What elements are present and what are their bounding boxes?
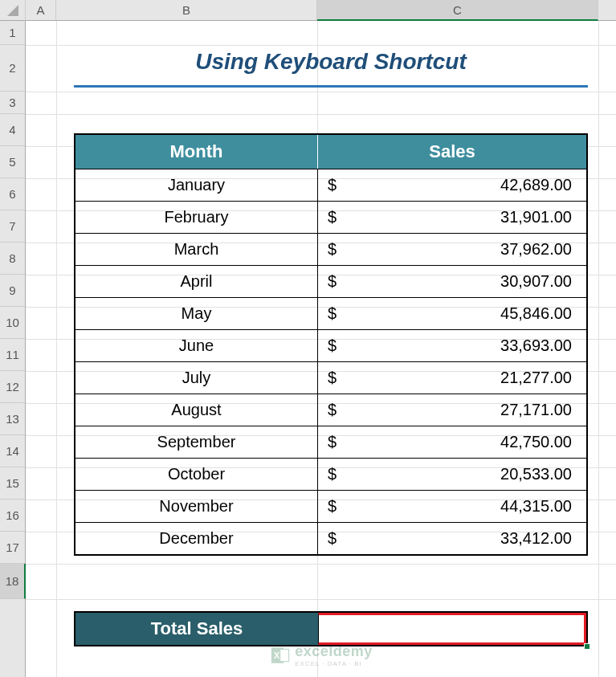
month-cell[interactable]: April [75,266,318,297]
fill-handle[interactable] [584,643,590,650]
total-label[interactable]: Total Sales [75,613,318,645]
sales-cell[interactable]: $33,693.00 [318,330,586,361]
row-header-7[interactable]: 7 [0,210,25,243]
page-title: Using Keyboard Shortcut [74,49,588,75]
row-header-1[interactable]: 1 [0,21,25,45]
table-row: November$44,315.00 [75,490,586,522]
sales-cell[interactable]: $44,315.00 [318,491,586,522]
header-sales[interactable]: Sales [318,135,586,169]
row-header-9[interactable]: 9 [0,275,25,307]
month-cell[interactable]: May [75,298,318,329]
row-header-13[interactable]: 13 [0,403,25,435]
table-row: September$42,750.00 [75,426,586,458]
table-row: January$42,689.00 [75,169,586,201]
table-row: August$27,171.00 [75,394,586,426]
sales-cell[interactable]: $37,962.00 [318,234,586,265]
row-header-5[interactable]: 5 [0,146,25,178]
data-table: Month Sales January$42,689.00February$31… [74,133,588,556]
sales-cell[interactable]: $33,412.00 [318,523,586,554]
sales-cell[interactable]: $21,277.00 [318,362,586,394]
row-header-12[interactable]: 12 [0,371,25,403]
row-header-4[interactable]: 4 [0,114,25,146]
row-header-17[interactable]: 17 [0,532,25,564]
table-row: December$33,412.00 [75,522,586,554]
row-header-2[interactable]: 2 [0,45,25,92]
table-row: October$20,533.00 [75,458,586,490]
row-header-8[interactable]: 8 [0,243,25,275]
sales-cell[interactable]: $42,689.00 [318,169,586,201]
month-cell[interactable]: June [75,330,318,361]
watermark-main: exceldemy [295,643,373,660]
row-header-6[interactable]: 6 [0,178,25,210]
row-header-11[interactable]: 11 [0,339,25,371]
table-row: June$33,693.00 [75,329,586,361]
row-header-18[interactable]: 18 [0,564,26,599]
title-underline [74,85,588,88]
month-cell[interactable]: October [75,459,318,490]
table-row: July$21,277.00 [75,361,586,394]
sales-cell[interactable]: $31,901.00 [318,202,586,233]
month-cell[interactable]: December [75,523,318,554]
sales-cell[interactable]: $27,171.00 [318,394,586,426]
table-row: February$31,901.00 [75,201,586,233]
table-row: May$45,846.00 [75,297,586,329]
active-cell-overlay [318,611,587,646]
sheet-content: Using Keyboard Shortcut Month Sales Janu… [26,21,616,677]
row-header-3[interactable]: 3 [0,92,25,114]
row-header-14[interactable]: 14 [0,435,25,467]
select-all-corner[interactable] [0,0,26,21]
row-header-16[interactable]: 16 [0,500,25,532]
select-all-triangle-icon [7,5,18,16]
col-header-B[interactable]: B [56,0,317,20]
month-cell[interactable]: August [75,394,318,426]
sales-cell[interactable]: $45,846.00 [318,298,586,329]
watermark: X exceldemy EXCEL · DATA · BI [269,643,373,667]
sales-cell[interactable]: $20,533.00 [318,459,586,490]
month-cell[interactable]: July [75,362,318,394]
svg-rect-1 [279,649,288,661]
table-row: April$30,907.00 [75,265,586,297]
row-headers: 123456789101112131415161718 [0,21,26,677]
row-header-15[interactable]: 15 [0,467,25,500]
month-cell[interactable]: March [75,234,318,265]
worksheet-grid[interactable]: Using Keyboard Shortcut Month Sales Janu… [26,21,616,677]
excel-icon: X [269,645,290,666]
table-row: March$37,962.00 [75,233,586,265]
table-header: Month Sales [75,135,586,169]
month-cell[interactable]: January [75,169,318,201]
sales-cell[interactable]: $30,907.00 [318,266,586,297]
watermark-sub: EXCEL · DATA · BI [295,660,373,667]
month-cell[interactable]: November [75,491,318,522]
header-month[interactable]: Month [75,135,318,169]
sales-cell[interactable]: $42,750.00 [318,426,586,458]
month-cell[interactable]: September [75,426,318,458]
column-headers: A B C [26,0,616,21]
col-header-A[interactable]: A [26,0,56,20]
row-header-10[interactable]: 10 [0,307,25,339]
month-cell[interactable]: February [75,202,318,233]
svg-text:X: X [274,650,280,660]
col-header-C[interactable]: C [317,0,598,21]
